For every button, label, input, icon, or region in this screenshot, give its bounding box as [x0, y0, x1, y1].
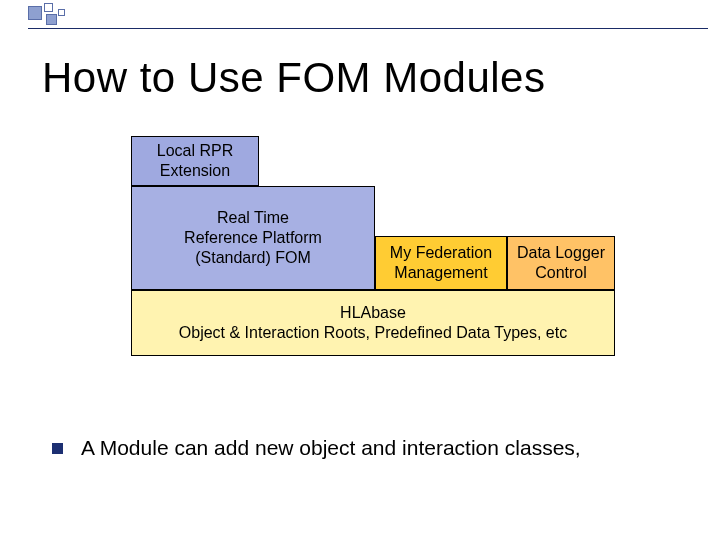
bullet-text: A Module can add new object and interact…	[81, 436, 581, 460]
slide-top-accent	[0, 0, 720, 30]
block-realtime-ref-fom: Real TimeReference Platform(Standard) FO…	[131, 186, 375, 290]
bullet-icon	[52, 443, 63, 454]
fom-modules-diagram: Local RPRExtension Real TimeReference Pl…	[125, 136, 615, 396]
block-data-logger-control: Data LoggerControl	[507, 236, 615, 290]
title-rule	[28, 28, 708, 29]
bullet-item: A Module can add new object and interact…	[52, 436, 680, 460]
block-my-federation-mgmt: My FederationManagement	[375, 236, 507, 290]
block-local-rpr-extension: Local RPRExtension	[131, 136, 259, 186]
accent-square	[58, 9, 65, 16]
accent-square	[46, 14, 57, 25]
block-hlabase: HLAbaseObject & Interaction Roots, Prede…	[131, 290, 615, 356]
accent-square	[44, 3, 53, 12]
accent-square	[28, 6, 42, 20]
slide-title: How to Use FOM Modules	[42, 54, 545, 102]
